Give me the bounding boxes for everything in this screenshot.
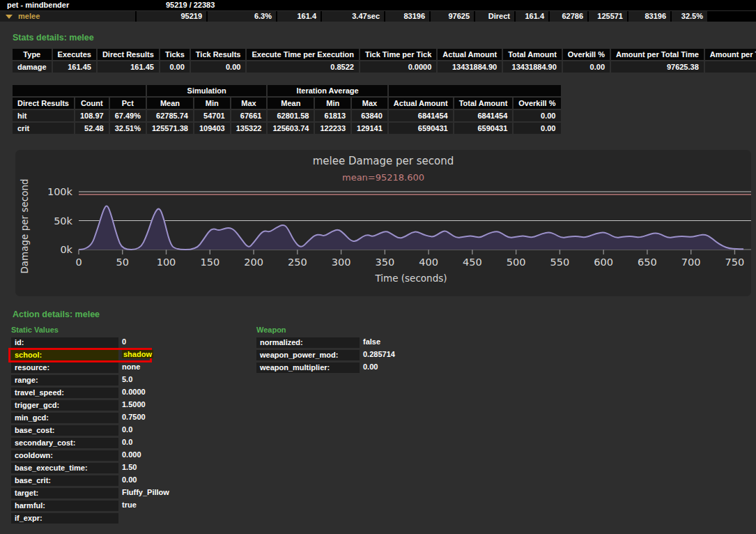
static-value-row: resource:none <box>11 363 192 375</box>
static-value-row: range:5.0 <box>11 375 192 388</box>
table-cell: 0.00 <box>563 61 610 73</box>
kv-value: 0.000 <box>122 450 141 459</box>
table-cell: damage <box>13 61 52 73</box>
table-cell: 0.00 <box>514 123 560 134</box>
svg-text:250: 250 <box>288 257 307 268</box>
table-cell: 61813 <box>315 110 350 121</box>
column-header: Executes <box>53 49 96 60</box>
kv-label: target: <box>11 488 118 498</box>
column-header: Min <box>194 98 230 109</box>
action-toggle-cell[interactable]: melee <box>0 11 135 22</box>
column-header: Iteration Average <box>268 85 387 96</box>
table-row: crit52.4832.51%125571.381094031353221256… <box>13 123 561 134</box>
column-header: Amount per Total Execute Time <box>705 49 756 60</box>
kv-label: travel_speed: <box>11 388 118 398</box>
direct-results-table: SimulationIteration AverageDirect Result… <box>11 84 562 135</box>
svg-text:300: 300 <box>332 257 351 268</box>
kv-label: base_execute_time: <box>11 463 118 473</box>
svg-text:650: 650 <box>638 257 657 268</box>
kv-value: 0.0000 <box>122 388 146 396</box>
kv-label: cooldown: <box>11 450 118 461</box>
column-header: Ticks <box>160 49 190 60</box>
static-values-list: id:0school:shadowresource:nonerange:5.0t… <box>11 337 192 526</box>
kv-value: 0.0 <box>122 438 132 446</box>
table-cell: 54701 <box>194 110 230 121</box>
svg-text:50: 50 <box>116 257 129 268</box>
column-header: Actual Amount <box>389 98 453 109</box>
static-value-row: cooldown:0.000 <box>11 450 192 463</box>
kv-label: trigger_gcd: <box>11 400 118 411</box>
weapon-heading: Weapon <box>256 326 286 334</box>
action-stat-cell: 125571 <box>589 11 627 22</box>
svg-text:100: 100 <box>157 257 176 268</box>
action-toggle-label: melee <box>18 12 40 20</box>
action-stat-cell: 62786 <box>550 11 587 22</box>
svg-text:150: 150 <box>200 257 219 268</box>
dps-chart-panel: 0k50k100k0501001502002503003504004505005… <box>15 150 751 296</box>
table-cell: 13431884.90 <box>503 61 562 73</box>
action-toggle-row[interactable]: melee 952196.3%161.43.47sec8319697625Dir… <box>0 11 756 22</box>
static-value-row: target:Fluffy_Pillow <box>11 488 192 501</box>
static-value-row: weapon_multiplier:0.00 <box>256 363 438 375</box>
action-stat-cell: 161.4 <box>516 11 548 22</box>
svg-text:500: 500 <box>507 257 526 268</box>
column-header: Max <box>231 98 267 109</box>
column-header: Tick Results <box>191 49 246 60</box>
action-stat-cell: 32.5% <box>672 11 707 22</box>
unit-header-bar: pet - mindbender 95219 / 22383 <box>0 0 756 10</box>
static-value-row: if_expr: <box>11 513 192 526</box>
column-header: Execute Time per Execution <box>247 49 359 60</box>
chart-mean-annotation: mean=95218.600 <box>15 172 751 183</box>
table-cell: 62785.74 <box>147 110 193 121</box>
table-cell: 63840 <box>352 110 387 121</box>
kv-value: none <box>122 363 140 371</box>
table-cell: 0.00 <box>191 61 246 73</box>
unit-dps-summary: 95219 / 22383 <box>166 1 215 9</box>
table-cell: 122233 <box>315 123 350 134</box>
table-cell: 125603.74 <box>268 123 314 134</box>
collapse-triangle-icon <box>6 15 13 19</box>
action-row-filler <box>709 11 756 22</box>
kv-value: Fluffy_Pillow <box>122 488 169 496</box>
column-header: Direct Results <box>13 98 74 109</box>
table-cell: 6841454 <box>454 110 513 121</box>
table-cell: 161.45 <box>98 61 159 73</box>
table-cell: 125571.38 <box>147 123 193 134</box>
static-value-row: normalized:false <box>256 337 438 350</box>
table-cell: 6590431 <box>389 123 453 134</box>
action-stat-cell: 95219 <box>137 11 206 22</box>
table-cell: 161.45 <box>53 61 96 73</box>
static-value-row: trigger_gcd:1.5000 <box>11 400 192 413</box>
action-stat-cell: Direct <box>475 11 514 22</box>
kv-value: 5.0 <box>122 375 132 383</box>
svg-text:0: 0 <box>75 257 82 268</box>
column-header: Mean <box>147 98 193 109</box>
kv-value: false <box>363 337 380 346</box>
svg-text:700: 700 <box>681 257 701 268</box>
action-stat-cell: 83196 <box>628 11 670 22</box>
action-details-heading: Action details: melee <box>13 310 100 319</box>
column-header: Mean <box>268 98 314 109</box>
action-stat-cell: 83196 <box>385 11 429 22</box>
kv-value: 0.0 <box>122 425 132 434</box>
kv-label: id: <box>11 337 118 348</box>
stats-table: TypeExecutesDirect ResultsTicksTick Resu… <box>11 47 756 74</box>
column-header: Tick Time per Tick <box>360 49 436 60</box>
svg-text:550: 550 <box>550 257 570 268</box>
kv-value: 1.50 <box>122 463 137 471</box>
kv-value: 0.00 <box>363 363 378 371</box>
kv-value: shadow <box>122 350 153 358</box>
action-stat-cell: 3.47sec <box>322 11 384 22</box>
kv-value: 1.5000 <box>122 400 146 409</box>
table-cell: hit <box>13 110 74 121</box>
action-stat-cell: 97625 <box>431 11 474 22</box>
svg-text:750: 750 <box>725 257 745 268</box>
svg-text:50k: 50k <box>54 215 72 227</box>
column-header: Min <box>315 98 350 109</box>
svg-text:600: 600 <box>594 257 613 268</box>
static-value-row: base_cost:0.0 <box>11 425 192 438</box>
column-header: Total Amount <box>454 98 513 109</box>
column-header: Simulation <box>147 85 266 96</box>
blank-header <box>13 85 146 96</box>
column-header: Max <box>352 98 387 109</box>
